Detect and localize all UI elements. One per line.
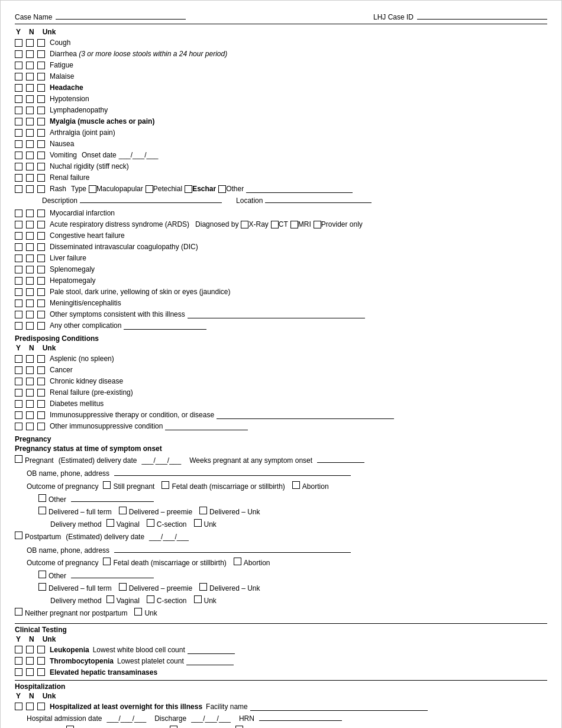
ct-checkbox[interactable] [271, 221, 279, 228]
renal-pre-unk-checkbox[interactable] [37, 389, 45, 397]
cough-y-checkbox[interactable] [15, 39, 22, 47]
rash-unk-checkbox[interactable] [37, 185, 45, 193]
vomiting-unk-checkbox[interactable] [37, 152, 45, 159]
ckd-n-checkbox[interactable] [26, 378, 34, 385]
headache-y-checkbox[interactable] [15, 84, 22, 92]
diabetes-n-checkbox[interactable] [26, 400, 34, 408]
vomiting-n-checkbox[interactable] [26, 152, 34, 159]
pregnant-checkbox[interactable] [15, 455, 22, 463]
other-immuno-y-checkbox[interactable] [15, 423, 22, 430]
hosp-y-checkbox[interactable] [15, 703, 22, 710]
unk-preg-checkbox[interactable] [134, 608, 142, 616]
hrn-input[interactable] [259, 713, 342, 721]
diabetes-unk-checkbox[interactable] [37, 400, 45, 408]
csection-post-checkbox[interactable] [147, 595, 154, 603]
weeks-input[interactable] [317, 455, 364, 463]
splen-unk-checkbox[interactable] [37, 266, 45, 273]
other-immuno-unk-checkbox[interactable] [37, 423, 45, 430]
postpartum-checkbox[interactable] [15, 531, 22, 539]
myalgia-n-checkbox[interactable] [26, 118, 34, 125]
chf-unk-checkbox[interactable] [37, 232, 45, 240]
renal-unk-checkbox[interactable] [37, 174, 45, 182]
cough-unk-checkbox[interactable] [37, 39, 45, 47]
ob-name-input[interactable] [114, 468, 351, 476]
asplenic-unk-checkbox[interactable] [37, 355, 45, 363]
hosp-unk-checkbox[interactable] [37, 703, 45, 710]
thrombo-y-checkbox[interactable] [15, 657, 22, 665]
other-complication-input[interactable] [124, 321, 206, 330]
fatigue-unk-checkbox[interactable] [37, 62, 45, 69]
ards-y-checkbox[interactable] [15, 221, 22, 228]
hosp-n-checkbox[interactable] [26, 703, 34, 710]
elev-unk-checkbox[interactable] [37, 668, 45, 676]
still-pregnant-checkbox[interactable] [103, 481, 111, 489]
nausea-unk-checkbox[interactable] [37, 140, 45, 148]
palestool-n-checkbox[interactable] [26, 288, 34, 296]
preg-other-input[interactable] [71, 494, 154, 502]
palestool-unk-checkbox[interactable] [37, 288, 45, 296]
long-term-acute-checkbox[interactable] [235, 726, 243, 728]
ckd-unk-checkbox[interactable] [37, 378, 45, 385]
other-consistent-input[interactable] [188, 310, 365, 318]
hosp-facility-input[interactable] [250, 703, 428, 711]
cancer-unk-checkbox[interactable] [37, 366, 45, 374]
lymph-y-checkbox[interactable] [15, 107, 22, 114]
vomiting-y-checkbox[interactable] [15, 152, 22, 159]
liver-n-checkbox[interactable] [26, 255, 34, 262]
other-comp-n-checkbox[interactable] [26, 322, 34, 330]
neither-checkbox[interactable] [15, 608, 22, 616]
asplenic-n-checkbox[interactable] [26, 355, 34, 363]
cough-n-checkbox[interactable] [26, 39, 34, 47]
preg-other-post-checkbox[interactable] [38, 571, 46, 578]
elev-n-checkbox[interactable] [26, 668, 34, 676]
myocardial-y-checkbox[interactable] [15, 210, 22, 217]
myalgia-y-checkbox[interactable] [15, 118, 22, 125]
arthralgia-unk-checkbox[interactable] [37, 129, 45, 137]
delivered-full-checkbox[interactable] [38, 507, 46, 514]
delivery-unk-checkbox[interactable] [194, 519, 202, 527]
chf-y-checkbox[interactable] [15, 232, 22, 240]
other-comp-y-checkbox[interactable] [15, 322, 22, 330]
chf-n-checkbox[interactable] [26, 232, 34, 240]
thrombo-n-checkbox[interactable] [26, 657, 34, 665]
other-immuno-input[interactable] [165, 422, 248, 430]
lymph-unk-checkbox[interactable] [37, 107, 45, 114]
immuno-input[interactable] [217, 411, 394, 419]
nausea-n-checkbox[interactable] [26, 140, 34, 148]
xray-checkbox[interactable] [241, 221, 248, 228]
delivered-full-post-checkbox[interactable] [38, 583, 46, 591]
fetal-death-checkbox[interactable] [162, 481, 169, 489]
rash-description-input[interactable] [80, 195, 222, 203]
dic-n-checkbox[interactable] [26, 243, 34, 251]
nuchal-y-checkbox[interactable] [15, 163, 22, 170]
diarrhea-unk-checkbox[interactable] [37, 50, 45, 58]
leukopenia-count-input[interactable] [188, 646, 235, 654]
petechial-checkbox[interactable] [146, 185, 153, 193]
leuk-y-checkbox[interactable] [15, 646, 22, 653]
preg-other-checkbox[interactable] [38, 494, 46, 502]
fatigue-n-checkbox[interactable] [26, 62, 34, 69]
arthralgia-y-checkbox[interactable] [15, 129, 22, 137]
hypotension-unk-checkbox[interactable] [37, 95, 45, 103]
malaise-y-checkbox[interactable] [15, 73, 22, 80]
immuno-n-checkbox[interactable] [26, 411, 34, 419]
hepato-n-checkbox[interactable] [26, 277, 34, 285]
cancer-n-checkbox[interactable] [26, 366, 34, 374]
vaginal-checkbox[interactable] [106, 519, 114, 527]
rash-other-input[interactable] [246, 185, 353, 193]
dic-unk-checkbox[interactable] [37, 243, 45, 251]
hepato-y-checkbox[interactable] [15, 277, 22, 285]
other-consistent-y-checkbox[interactable] [15, 311, 22, 318]
rash-location-input[interactable] [265, 195, 372, 203]
renal-y-checkbox[interactable] [15, 174, 22, 182]
case-name-input[interactable] [56, 11, 186, 20]
nuchal-n-checkbox[interactable] [26, 163, 34, 170]
ckd-y-checkbox[interactable] [15, 378, 22, 385]
delivered-unk-post-checkbox[interactable] [199, 583, 207, 591]
hepato-unk-checkbox[interactable] [37, 277, 45, 285]
headache-unk-checkbox[interactable] [37, 84, 45, 92]
malaise-n-checkbox[interactable] [26, 73, 34, 80]
other-consistent-unk-checkbox[interactable] [37, 311, 45, 318]
other-immuno-n-checkbox[interactable] [26, 423, 34, 430]
died-checkbox[interactable] [170, 726, 177, 728]
